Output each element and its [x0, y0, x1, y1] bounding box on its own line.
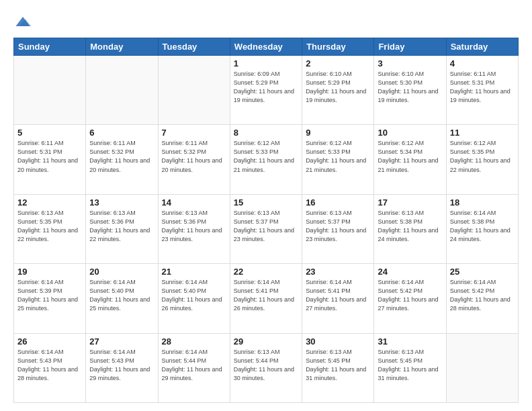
- day-info: Sunrise: 6:12 AMSunset: 5:35 PMDaylight:…: [450, 139, 515, 174]
- day-number: 19: [17, 267, 82, 277]
- day-number: 2: [306, 58, 370, 68]
- day-info: Sunrise: 6:12 AMSunset: 5:33 PMDaylight:…: [306, 139, 370, 174]
- calendar-cell: [86, 56, 158, 125]
- calendar-cell: 17Sunrise: 6:13 AMSunset: 5:38 PMDayligh…: [374, 194, 446, 263]
- day-info: Sunrise: 6:13 AMSunset: 5:45 PMDaylight:…: [378, 348, 442, 383]
- calendar-table: SundayMondayTuesdayWednesdayThursdayFrid…: [13, 38, 519, 403]
- day-info: Sunrise: 6:13 AMSunset: 5:37 PMDaylight:…: [306, 209, 370, 244]
- day-number: 6: [89, 128, 154, 138]
- header: [13, 12, 519, 31]
- calendar-cell: 2Sunrise: 6:10 AMSunset: 5:29 PMDaylight…: [302, 56, 374, 125]
- calendar-cell: 11Sunrise: 6:12 AMSunset: 5:35 PMDayligh…: [446, 125, 518, 194]
- day-info: Sunrise: 6:13 AMSunset: 5:38 PMDaylight:…: [378, 209, 442, 244]
- day-info: Sunrise: 6:13 AMSunset: 5:44 PMDaylight:…: [234, 348, 298, 383]
- calendar-week-3: 12Sunrise: 6:13 AMSunset: 5:35 PMDayligh…: [14, 194, 519, 263]
- day-info: Sunrise: 6:14 AMSunset: 5:40 PMDaylight:…: [162, 278, 226, 313]
- calendar-cell: 18Sunrise: 6:14 AMSunset: 5:38 PMDayligh…: [446, 194, 518, 263]
- day-number: 5: [17, 128, 82, 138]
- day-number: 8: [234, 128, 298, 138]
- day-info: Sunrise: 6:14 AMSunset: 5:41 PMDaylight:…: [306, 278, 370, 313]
- weekday-header-saturday: Saturday: [446, 38, 518, 56]
- day-info: Sunrise: 6:14 AMSunset: 5:38 PMDaylight:…: [450, 209, 515, 244]
- day-info: Sunrise: 6:13 AMSunset: 5:36 PMDaylight:…: [162, 209, 226, 244]
- page: SundayMondayTuesdayWednesdayThursdayFrid…: [0, 0, 532, 411]
- calendar-cell: 16Sunrise: 6:13 AMSunset: 5:37 PMDayligh…: [302, 194, 374, 263]
- day-info: Sunrise: 6:14 AMSunset: 5:41 PMDaylight:…: [234, 278, 298, 313]
- calendar-cell: 22Sunrise: 6:14 AMSunset: 5:41 PMDayligh…: [230, 264, 302, 333]
- day-number: 27: [89, 336, 154, 347]
- calendar-cell: 12Sunrise: 6:13 AMSunset: 5:35 PMDayligh…: [14, 194, 86, 263]
- day-number: 15: [234, 197, 298, 208]
- day-info: Sunrise: 6:11 AMSunset: 5:32 PMDaylight:…: [89, 139, 154, 174]
- day-info: Sunrise: 6:14 AMSunset: 5:42 PMDaylight:…: [450, 278, 515, 313]
- day-number: 25: [450, 267, 515, 277]
- weekday-header-wednesday: Wednesday: [230, 38, 302, 56]
- calendar-cell: 8Sunrise: 6:12 AMSunset: 5:33 PMDaylight…: [230, 125, 302, 194]
- day-number: 11: [450, 128, 515, 138]
- day-info: Sunrise: 6:13 AMSunset: 5:37 PMDaylight:…: [234, 209, 298, 244]
- calendar-cell: 10Sunrise: 6:12 AMSunset: 5:34 PMDayligh…: [374, 125, 446, 194]
- day-info: Sunrise: 6:14 AMSunset: 5:44 PMDaylight:…: [162, 348, 226, 383]
- weekday-header-tuesday: Tuesday: [158, 38, 230, 56]
- day-number: 24: [378, 267, 442, 277]
- weekday-header-sunday: Sunday: [14, 38, 86, 56]
- calendar-cell: [446, 333, 518, 402]
- day-number: 17: [378, 197, 442, 208]
- day-info: Sunrise: 6:14 AMSunset: 5:43 PMDaylight:…: [17, 348, 82, 383]
- day-info: Sunrise: 6:10 AMSunset: 5:30 PMDaylight:…: [378, 70, 442, 105]
- calendar-cell: 29Sunrise: 6:13 AMSunset: 5:44 PMDayligh…: [230, 333, 302, 402]
- day-number: 30: [306, 336, 370, 347]
- day-info: Sunrise: 6:10 AMSunset: 5:29 PMDaylight:…: [306, 70, 370, 105]
- day-info: Sunrise: 6:12 AMSunset: 5:33 PMDaylight:…: [234, 139, 298, 174]
- day-number: 20: [89, 267, 154, 277]
- calendar-cell: 5Sunrise: 6:11 AMSunset: 5:31 PMDaylight…: [14, 125, 86, 194]
- day-info: Sunrise: 6:11 AMSunset: 5:31 PMDaylight:…: [17, 139, 82, 174]
- day-number: 1: [234, 58, 298, 68]
- calendar-cell: 7Sunrise: 6:11 AMSunset: 5:32 PMDaylight…: [158, 125, 230, 194]
- day-number: 7: [162, 128, 226, 138]
- calendar-week-2: 5Sunrise: 6:11 AMSunset: 5:31 PMDaylight…: [14, 125, 519, 194]
- logo: [13, 12, 35, 31]
- day-info: Sunrise: 6:13 AMSunset: 5:45 PMDaylight:…: [306, 348, 370, 383]
- calendar-cell: 20Sunrise: 6:14 AMSunset: 5:40 PMDayligh…: [86, 264, 158, 333]
- day-number: 13: [89, 197, 154, 208]
- day-info: Sunrise: 6:14 AMSunset: 5:42 PMDaylight:…: [378, 278, 442, 313]
- day-number: 9: [306, 128, 370, 138]
- day-number: 22: [234, 267, 298, 277]
- day-info: Sunrise: 6:11 AMSunset: 5:32 PMDaylight:…: [162, 139, 226, 174]
- calendar-cell: 27Sunrise: 6:14 AMSunset: 5:43 PMDayligh…: [86, 333, 158, 402]
- day-info: Sunrise: 6:09 AMSunset: 5:29 PMDaylight:…: [234, 70, 298, 105]
- logo-icon: [13, 12, 32, 31]
- calendar-cell: 26Sunrise: 6:14 AMSunset: 5:43 PMDayligh…: [14, 333, 86, 402]
- calendar-cell: 25Sunrise: 6:14 AMSunset: 5:42 PMDayligh…: [446, 264, 518, 333]
- day-number: 4: [450, 58, 515, 68]
- calendar-cell: 13Sunrise: 6:13 AMSunset: 5:36 PMDayligh…: [86, 194, 158, 263]
- calendar-cell: 28Sunrise: 6:14 AMSunset: 5:44 PMDayligh…: [158, 333, 230, 402]
- calendar-cell: 4Sunrise: 6:11 AMSunset: 5:31 PMDaylight…: [446, 56, 518, 125]
- day-number: 23: [306, 267, 370, 277]
- day-info: Sunrise: 6:14 AMSunset: 5:40 PMDaylight:…: [89, 278, 154, 313]
- calendar-cell: 24Sunrise: 6:14 AMSunset: 5:42 PMDayligh…: [374, 264, 446, 333]
- weekday-header-row: SundayMondayTuesdayWednesdayThursdayFrid…: [14, 38, 519, 56]
- calendar-cell: 15Sunrise: 6:13 AMSunset: 5:37 PMDayligh…: [230, 194, 302, 263]
- calendar-cell: 30Sunrise: 6:13 AMSunset: 5:45 PMDayligh…: [302, 333, 374, 402]
- day-number: 18: [450, 197, 515, 208]
- day-number: 14: [162, 197, 226, 208]
- day-number: 10: [378, 128, 442, 138]
- day-number: 29: [234, 336, 298, 347]
- day-number: 16: [306, 197, 370, 208]
- day-number: 21: [162, 267, 226, 277]
- calendar-cell: 31Sunrise: 6:13 AMSunset: 5:45 PMDayligh…: [374, 333, 446, 402]
- calendar-cell: 23Sunrise: 6:14 AMSunset: 5:41 PMDayligh…: [302, 264, 374, 333]
- calendar-week-1: 1Sunrise: 6:09 AMSunset: 5:29 PMDaylight…: [14, 56, 519, 125]
- day-info: Sunrise: 6:14 AMSunset: 5:39 PMDaylight:…: [17, 278, 82, 313]
- weekday-header-monday: Monday: [86, 38, 158, 56]
- calendar-cell: 19Sunrise: 6:14 AMSunset: 5:39 PMDayligh…: [14, 264, 86, 333]
- day-number: 3: [378, 58, 442, 68]
- calendar-cell: 6Sunrise: 6:11 AMSunset: 5:32 PMDaylight…: [86, 125, 158, 194]
- day-number: 28: [162, 336, 226, 347]
- day-number: 31: [378, 336, 442, 347]
- day-number: 26: [17, 336, 82, 347]
- weekday-header-thursday: Thursday: [302, 38, 374, 56]
- calendar-cell: 14Sunrise: 6:13 AMSunset: 5:36 PMDayligh…: [158, 194, 230, 263]
